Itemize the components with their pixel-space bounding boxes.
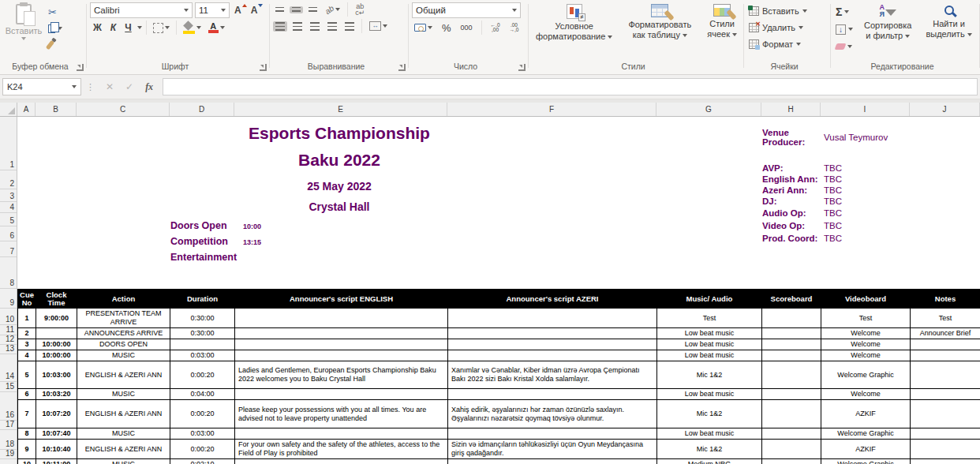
cell[interactable]: [235, 459, 448, 464]
formula-bar-splitter[interactable]: ⋮: [84, 82, 96, 92]
row-header-10[interactable]: 10: [0, 309, 17, 325]
sort-filter-button[interactable]: АЯ Сортировкаи фильтр: [859, 2, 916, 43]
cell[interactable]: [448, 459, 657, 464]
cell[interactable]: Low beat music: [657, 389, 762, 400]
row-header-13[interactable]: 13: [0, 345, 17, 354]
cell[interactable]: 1: [18, 309, 36, 328]
cell[interactable]: Welcome: [821, 350, 911, 361]
name-box[interactable]: K24: [2, 78, 81, 95]
font-name-combo[interactable]: Calibri: [90, 2, 193, 18]
cell[interactable]: Low beat music: [657, 350, 762, 361]
decrease-indent-button[interactable]: [325, 21, 339, 32]
cell[interactable]: [762, 309, 821, 328]
cell[interactable]: Welcome Graphic: [821, 361, 911, 389]
cell[interactable]: 10:00:00: [36, 339, 77, 350]
column-header-H[interactable]: H: [761, 103, 821, 116]
table-header-cell[interactable]: Clock Time: [36, 290, 77, 309]
row-header-6[interactable]: 6: [0, 226, 17, 241]
table-header-cell[interactable]: Action: [77, 290, 170, 309]
row-header-9[interactable]: 9: [0, 289, 17, 309]
cell[interactable]: Welcome: [821, 389, 911, 400]
delete-cells-button[interactable]: Удалить: [747, 21, 809, 34]
underline-button[interactable]: Ч: [122, 21, 134, 34]
cell[interactable]: [235, 328, 448, 339]
cell[interactable]: 10:00:00: [36, 350, 77, 361]
font-size-combo[interactable]: 11: [195, 2, 230, 18]
cell[interactable]: [235, 389, 448, 400]
cell[interactable]: [762, 361, 821, 389]
table-header-cell[interactable]: Announcer's script AZERI: [448, 290, 657, 309]
cell[interactable]: [235, 350, 448, 361]
increase-decimal-button[interactable]: ←.0,00: [488, 22, 503, 34]
cell[interactable]: ENGLISH & AZERI ANN: [77, 400, 170, 428]
borders-button[interactable]: [151, 22, 172, 34]
formula-input[interactable]: [163, 78, 978, 95]
cell[interactable]: 10:03:00: [36, 361, 77, 389]
align-middle-button[interactable]: [290, 6, 303, 13]
cell[interactable]: Ladies and Gentlemen, European Esports C…: [235, 361, 448, 389]
cell[interactable]: Xahiş edirik, əşyalarınızı hər zaman özü…: [448, 400, 657, 428]
find-select-button[interactable]: Найти ивыделить: [921, 2, 976, 41]
cell[interactable]: Announcer Brief: [911, 328, 980, 339]
column-header-D[interactable]: D: [170, 103, 234, 116]
cell[interactable]: [448, 309, 657, 328]
cell[interactable]: 0:02:10: [170, 459, 235, 464]
paste-button[interactable]: Вставить: [3, 2, 44, 40]
cell[interactable]: [911, 440, 980, 459]
dialog-launcher-icon[interactable]: [398, 64, 406, 71]
cell[interactable]: [448, 339, 657, 350]
column-header-I[interactable]: I: [821, 103, 910, 116]
cell[interactable]: MUSIC: [77, 459, 170, 464]
table-header-cell[interactable]: Scoreboard: [762, 290, 821, 309]
table-header-cell[interactable]: Videoboard: [821, 290, 911, 309]
cell[interactable]: [911, 361, 980, 389]
cancel-icon[interactable]: ✕: [106, 81, 114, 92]
autosum-button[interactable]: Σ: [834, 5, 855, 19]
cell[interactable]: 0:03:00: [170, 428, 235, 440]
cell[interactable]: 0:03:00: [170, 350, 235, 361]
cut-button[interactable]: ✂: [47, 5, 64, 19]
chevron-down-icon[interactable]: [137, 26, 142, 29]
column-header-E[interactable]: E: [234, 103, 447, 116]
cell[interactable]: 10: [18, 459, 36, 464]
cell[interactable]: Low beat music: [657, 328, 762, 339]
dialog-launcher-icon[interactable]: [518, 64, 526, 71]
cell[interactable]: MUSIC: [77, 428, 170, 440]
cell[interactable]: [911, 389, 980, 400]
cell[interactable]: [911, 339, 980, 350]
merge-center-button[interactable]: ↔: [367, 21, 390, 32]
italic-button[interactable]: К: [107, 21, 119, 34]
table-header-cell[interactable]: Duration: [170, 290, 235, 309]
row-header-16[interactable]: 16: [0, 392, 17, 421]
cell[interactable]: [911, 459, 980, 464]
cell[interactable]: Welcome: [821, 339, 911, 350]
cell[interactable]: 8: [18, 428, 36, 440]
cell[interactable]: 0:00:20: [170, 400, 235, 428]
wrap-text-button[interactable]: abc↵: [353, 2, 367, 17]
increase-indent-button[interactable]: [342, 21, 357, 32]
cell[interactable]: DOORS OPEN: [77, 339, 170, 350]
cell[interactable]: Xanımlar və Cənablar, Kiber idman üzrə A…: [448, 361, 657, 389]
column-header-J[interactable]: J: [910, 103, 980, 116]
grow-font-button[interactable]: А: [232, 4, 246, 17]
cell[interactable]: 4: [18, 350, 36, 361]
column-header-A[interactable]: A: [17, 103, 36, 116]
format-painter-button[interactable]: [47, 38, 64, 52]
row-header-18[interactable]: 18: [0, 430, 17, 450]
column-header-C[interactable]: C: [77, 103, 170, 116]
cell[interactable]: [235, 428, 448, 440]
dialog-launcher-icon[interactable]: [77, 64, 84, 71]
copy-button[interactable]: [47, 21, 64, 36]
table-header-cell[interactable]: Notes: [911, 290, 980, 309]
cell[interactable]: 10:07:40: [36, 428, 77, 440]
enter-icon[interactable]: ✓: [125, 81, 133, 92]
table-header-cell[interactable]: Cue No: [18, 290, 36, 309]
bold-button[interactable]: Ж: [90, 21, 105, 34]
cell[interactable]: Medium NRG: [657, 459, 762, 464]
cell[interactable]: ENGLISH & AZERI ANN: [77, 440, 170, 459]
cell[interactable]: [762, 400, 821, 428]
cell[interactable]: Sizin və idmançıların təhlükəsizliyi üçü…: [448, 440, 657, 459]
cell[interactable]: [448, 350, 657, 361]
cell[interactable]: [911, 428, 980, 440]
comma-style-button[interactable]: 000: [458, 23, 475, 32]
